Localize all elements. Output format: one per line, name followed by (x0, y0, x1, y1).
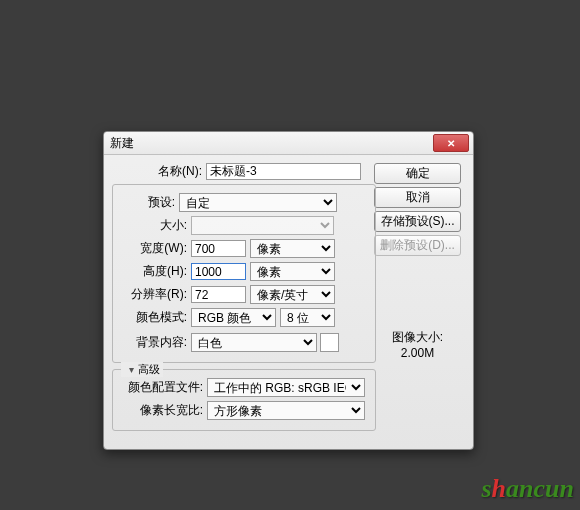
profile-select[interactable]: 工作中的 RGB: sRGB IEC619... (207, 378, 365, 397)
preset-label: 预设: (119, 194, 179, 211)
delete-preset-button: 删除预设(D)... (374, 235, 461, 256)
profile-label: 颜色配置文件: (119, 379, 207, 396)
watermark: shancun (481, 474, 574, 504)
image-size-info: 图像大小: 2.00M (392, 329, 443, 360)
resolution-input[interactable] (191, 286, 246, 303)
color-mode-select[interactable]: RGB 颜色 (191, 308, 276, 327)
bg-label: 背景内容: (119, 334, 191, 351)
color-mode-label: 颜色模式: (119, 309, 191, 326)
close-button[interactable]: ✕ (433, 134, 469, 152)
cancel-button[interactable]: 取消 (374, 187, 461, 208)
resolution-unit-select[interactable]: 像素/英寸 (250, 285, 335, 304)
width-input[interactable] (191, 240, 246, 257)
height-input[interactable] (191, 263, 246, 280)
dialog-title: 新建 (108, 135, 134, 152)
name-input[interactable] (206, 163, 361, 180)
titlebar[interactable]: 新建 ✕ (104, 132, 473, 155)
image-size-label: 图像大小: (392, 329, 443, 346)
resolution-label: 分辨率(R): (119, 286, 191, 303)
height-unit-select[interactable]: 像素 (250, 262, 335, 281)
width-label: 宽度(W): (119, 240, 191, 257)
save-preset-button[interactable]: 存储预设(S)... (374, 211, 461, 232)
image-size-value: 2.00M (392, 346, 443, 360)
new-document-dialog: 新建 ✕ 确定 取消 存储预设(S)... 删除预设(D)... 图像大小: 2… (103, 131, 474, 450)
chevron-down-icon[interactable]: ▾ (124, 363, 138, 377)
color-depth-select[interactable]: 8 位 (280, 308, 335, 327)
width-unit-select[interactable]: 像素 (250, 239, 335, 258)
aspect-label: 像素长宽比: (119, 402, 207, 419)
bg-select[interactable]: 白色 (191, 333, 317, 352)
preset-select[interactable]: 自定 (179, 193, 337, 212)
ok-button[interactable]: 确定 (374, 163, 461, 184)
advanced-label: 高级 (138, 363, 160, 375)
name-label: 名称(N): (112, 163, 206, 180)
aspect-select[interactable]: 方形像素 (207, 401, 365, 420)
height-label: 高度(H): (119, 263, 191, 280)
size-label: 大小: (119, 217, 191, 234)
button-column: 确定 取消 存储预设(S)... 删除预设(D)... 图像大小: 2.00M (374, 163, 461, 360)
size-select (191, 216, 334, 235)
bg-color-swatch[interactable] (320, 333, 339, 352)
